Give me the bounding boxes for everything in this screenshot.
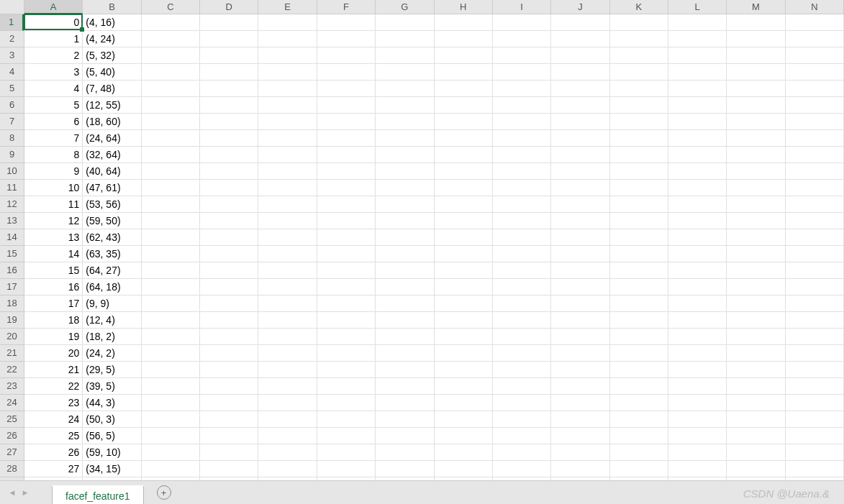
cell-H3[interactable] — [435, 47, 493, 64]
cell-H11[interactable] — [435, 180, 493, 196]
cell-K18[interactable] — [610, 295, 668, 312]
cell-E3[interactable] — [258, 47, 317, 64]
cell-A9[interactable]: 8 — [24, 147, 83, 163]
row-header-20[interactable]: 20 — [0, 329, 24, 345]
cell-F25[interactable] — [317, 411, 376, 428]
cell-F15[interactable] — [317, 246, 376, 262]
cell-J14[interactable] — [551, 229, 609, 246]
cell-L17[interactable] — [668, 279, 727, 295]
cell-D28[interactable] — [200, 461, 258, 477]
cell-M16[interactable] — [727, 262, 785, 279]
cell-L11[interactable] — [668, 180, 727, 196]
cell-J9[interactable] — [551, 147, 609, 163]
cell-M17[interactable] — [727, 279, 785, 295]
cell-G14[interactable] — [376, 229, 434, 246]
cell-K1[interactable] — [610, 14, 668, 31]
cell-B6[interactable]: (12, 55) — [83, 97, 141, 114]
row-header-10[interactable]: 10 — [0, 163, 24, 180]
cell-K13[interactable] — [610, 213, 668, 229]
cell-C7[interactable] — [142, 114, 200, 130]
cell-D24[interactable] — [200, 395, 258, 411]
cell-G4[interactable] — [376, 64, 434, 81]
cell-N27[interactable] — [786, 444, 844, 461]
cell-A3[interactable]: 2 — [24, 47, 83, 64]
cell-K20[interactable] — [610, 329, 668, 345]
cell-H5[interactable] — [435, 81, 493, 97]
cell-I23[interactable] — [493, 378, 551, 395]
cell-B23[interactable]: (39, 5) — [83, 378, 141, 395]
row-header-8[interactable]: 8 — [0, 130, 24, 147]
cell-G25[interactable] — [376, 411, 434, 428]
cell-E26[interactable] — [258, 428, 317, 444]
cell-A20[interactable]: 19 — [24, 329, 83, 345]
cell-G13[interactable] — [376, 213, 434, 229]
cell-I21[interactable] — [493, 345, 551, 362]
cell-J21[interactable] — [551, 345, 609, 362]
cell-H2[interactable] — [435, 31, 493, 47]
cell-C5[interactable] — [142, 81, 200, 97]
cell-L8[interactable] — [668, 130, 727, 147]
cell-C17[interactable] — [142, 279, 200, 295]
cell-K11[interactable] — [610, 180, 668, 196]
cell-H18[interactable] — [435, 295, 493, 312]
cell-E7[interactable] — [258, 114, 317, 130]
cell-B3[interactable]: (5, 32) — [83, 47, 141, 64]
cell-C2[interactable] — [142, 31, 200, 47]
cell-M6[interactable] — [727, 97, 785, 114]
cell-K12[interactable] — [610, 196, 668, 213]
cell-J13[interactable] — [551, 213, 609, 229]
cell-C1[interactable] — [142, 14, 200, 31]
cell-grid[interactable]: 0(4, 16)1(4, 24)2(5, 32)3(5, 40)4(7, 48)… — [24, 14, 844, 480]
cell-F13[interactable] — [317, 213, 376, 229]
cell-F16[interactable] — [317, 262, 376, 279]
cell-M23[interactable] — [727, 378, 785, 395]
cell-E14[interactable] — [258, 229, 317, 246]
cell-I9[interactable] — [493, 147, 551, 163]
cell-E10[interactable] — [258, 163, 317, 180]
cell-B20[interactable]: (18, 2) — [83, 329, 141, 345]
cell-H22[interactable] — [435, 362, 493, 378]
cell-C24[interactable] — [142, 395, 200, 411]
row-header-2[interactable]: 2 — [0, 31, 24, 47]
cell-C6[interactable] — [142, 97, 200, 114]
cell-G28[interactable] — [376, 461, 434, 477]
cell-A23[interactable]: 22 — [24, 378, 83, 395]
add-sheet-button[interactable]: + — [157, 485, 171, 500]
cell-I15[interactable] — [493, 246, 551, 262]
cell-M7[interactable] — [727, 114, 785, 130]
cell-I2[interactable] — [493, 31, 551, 47]
cell-C22[interactable] — [142, 362, 200, 378]
cell-B11[interactable]: (47, 61) — [83, 180, 141, 196]
cell-N8[interactable] — [786, 130, 844, 147]
select-all-corner[interactable] — [0, 0, 24, 14]
cell-G6[interactable] — [376, 97, 434, 114]
cell-N28[interactable] — [786, 461, 844, 477]
cell-C13[interactable] — [142, 213, 200, 229]
cell-C21[interactable] — [142, 345, 200, 362]
cell-N1[interactable] — [786, 14, 844, 31]
cell-B15[interactable]: (63, 35) — [83, 246, 141, 262]
cell-I26[interactable] — [493, 428, 551, 444]
cell-E16[interactable] — [258, 262, 317, 279]
cell-L12[interactable] — [668, 196, 727, 213]
cell-E28[interactable] — [258, 461, 317, 477]
cell-K25[interactable] — [610, 411, 668, 428]
row-header-21[interactable]: 21 — [0, 345, 24, 362]
column-header-D[interactable]: D — [200, 0, 258, 14]
cell-B12[interactable]: (53, 56) — [83, 196, 141, 213]
cell-B21[interactable]: (24, 2) — [83, 345, 141, 362]
cell-K9[interactable] — [610, 147, 668, 163]
cell-F11[interactable] — [317, 180, 376, 196]
row-header-19[interactable]: 19 — [0, 312, 24, 329]
cell-L3[interactable] — [668, 47, 727, 64]
cell-C26[interactable] — [142, 428, 200, 444]
cell-F8[interactable] — [317, 130, 376, 147]
cell-D9[interactable] — [200, 147, 258, 163]
cell-K27[interactable] — [610, 444, 668, 461]
column-header-M[interactable]: M — [727, 0, 785, 14]
cell-E18[interactable] — [258, 295, 317, 312]
row-header-27[interactable]: 27 — [0, 444, 24, 461]
cell-L15[interactable] — [668, 246, 727, 262]
cell-M13[interactable] — [727, 213, 785, 229]
cell-I8[interactable] — [493, 130, 551, 147]
